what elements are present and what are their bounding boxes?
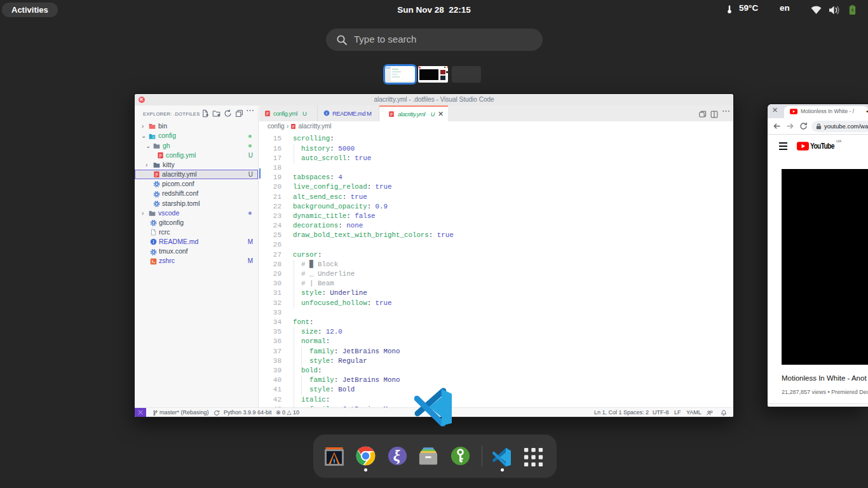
svg-text:ξ: ξ <box>393 447 400 464</box>
